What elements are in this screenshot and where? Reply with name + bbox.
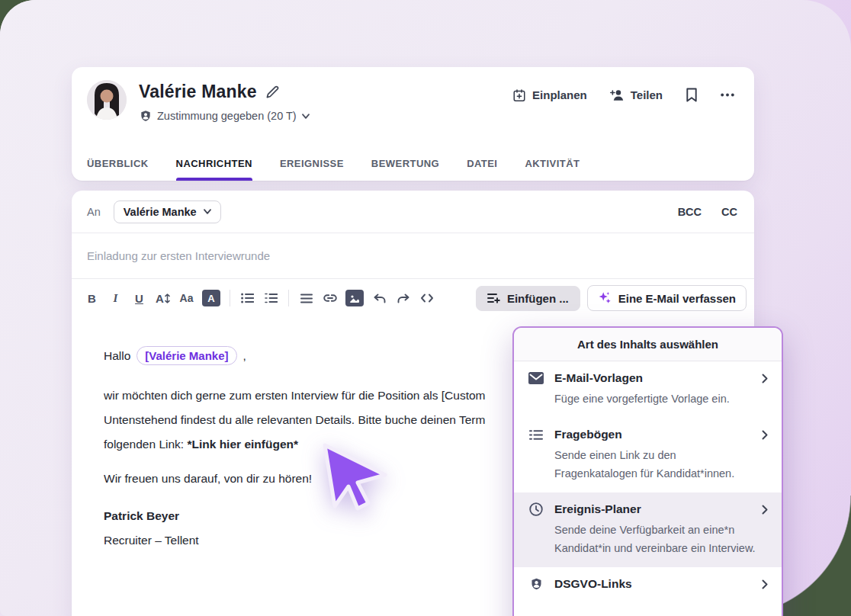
recipient-select[interactable]: Valérie Manke	[114, 201, 221, 223]
tab-label: EREIGNISSE	[280, 158, 344, 169]
ai-button-label: Eine E-Mail verfassen	[618, 292, 736, 305]
consent-status-text: Zustimmung gegeben (20 T)	[157, 110, 297, 122]
font-size-button[interactable]: A	[152, 287, 174, 310]
schedule-button[interactable]: Einplanen	[512, 88, 587, 102]
shield-person-icon	[140, 110, 152, 122]
popup-item-label: DSGVO-Links	[554, 577, 752, 591]
format-toolbar: B I U A Aa A Einfügen ...	[72, 279, 754, 317]
recipient-row: An Valérie Manke BCC CC	[72, 191, 754, 233]
tab-ueberblick[interactable]: ÜBERBLICK	[87, 158, 149, 181]
envelope-icon	[528, 372, 544, 384]
candidate-header-card: Valérie Manke Zustimmung gegeben (20 T) …	[72, 67, 754, 181]
link-placeholder-text: *Link hier einfügen*	[187, 438, 298, 451]
header-actions: Einplanen Teilen	[512, 88, 734, 102]
more-options-icon[interactable]	[721, 93, 734, 97]
body-line-text: folgenden Link:	[104, 438, 187, 451]
cc-button[interactable]: CC	[721, 206, 737, 218]
undo-icon[interactable]	[368, 287, 390, 310]
tab-label: BEWERTUNG	[371, 158, 439, 169]
person-plus-icon	[610, 88, 625, 101]
popup-item-description: Füge eine vorgefertigte Vorlage ein.	[554, 390, 760, 408]
tab-label: DATEI	[467, 158, 497, 169]
font-size-label: A	[156, 292, 164, 305]
insert-button-label: Einfügen ...	[507, 292, 569, 305]
edit-name-icon[interactable]	[266, 85, 279, 98]
redo-icon[interactable]	[392, 287, 414, 310]
link-button[interactable]	[319, 287, 341, 310]
bookmark-icon[interactable]	[686, 88, 698, 102]
tab-ereignisse[interactable]: EREIGNISSE	[280, 158, 344, 181]
bcc-button[interactable]: BCC	[678, 206, 702, 218]
clock-icon	[528, 502, 544, 516]
toolbar-divider	[288, 290, 289, 306]
subject-input[interactable]: Einladung zur ersten Interviewrunde	[87, 249, 270, 262]
recipient-name: Valérie Manke	[124, 206, 197, 218]
calendar-plus-icon	[512, 88, 526, 102]
underline-button[interactable]: U	[128, 287, 150, 310]
numbered-list-button[interactable]	[260, 287, 282, 310]
tab-aktivitaet[interactable]: AKTIVITÄT	[525, 158, 580, 181]
insert-content-button[interactable]: Einfügen ...	[476, 286, 580, 311]
popup-item-label: Fragebögen	[554, 428, 752, 441]
popup-item-email-vorlagen[interactable]: E-Mail-Vorlagen Füge eine vorgefertigte …	[514, 361, 782, 418]
chevron-right-icon	[762, 374, 768, 383]
tab-label: AKTIVITÄT	[525, 158, 580, 169]
candidate-name-text: Valérie Manke	[139, 82, 257, 102]
chevron-down-icon	[204, 209, 211, 214]
chevron-right-icon	[762, 505, 768, 515]
image-button[interactable]	[345, 290, 364, 306]
toolbar-divider	[230, 290, 230, 306]
pointer-cursor	[315, 436, 391, 515]
tab-nachrichten[interactable]: NACHRICHTEN	[176, 158, 252, 181]
subject-row[interactable]: Einladung zur ersten Interviewrunde	[72, 233, 754, 279]
cc-bcc-group: BCC CC	[678, 206, 737, 218]
bullet-list-button[interactable]	[236, 287, 259, 310]
tab-bewertung[interactable]: BEWERTUNG	[371, 158, 439, 181]
schedule-button-label: Einplanen	[532, 88, 587, 101]
popup-item-label: Ereignis-Planer	[554, 502, 752, 516]
popup-item-label: E-Mail-Vorlagen	[554, 371, 752, 385]
compose-email-ai-button[interactable]: Eine E-Mail verfassen	[587, 285, 747, 311]
shield-person-icon	[528, 577, 544, 591]
share-button-label: Teilen	[631, 88, 663, 101]
popup-item-description: Sende einen Link zu den Fragenkatalogen …	[554, 446, 760, 483]
tab-datei[interactable]: DATEI	[467, 158, 497, 181]
candidate-tabs: ÜBERBLICK NACHRICHTEN EREIGNISSE BEWERTU…	[87, 144, 747, 181]
code-button[interactable]	[416, 287, 438, 310]
font-family-button[interactable]: Aa	[175, 287, 197, 310]
bold-button[interactable]: B	[81, 287, 103, 310]
tab-label: NACHRICHTEN	[176, 158, 252, 169]
questionnaire-list-icon	[528, 429, 544, 441]
popup-title: Art des Inhalts auswählen	[514, 328, 782, 361]
popup-item-frageboegen[interactable]: Fragebögen Sende einen Link zu den Frage…	[514, 418, 782, 492]
italic-button[interactable]: I	[104, 287, 127, 310]
sparkles-icon	[598, 291, 612, 305]
to-label: An	[87, 206, 101, 218]
active-tab-underline	[176, 178, 252, 181]
align-button[interactable]	[295, 287, 317, 310]
toolbar-right: Einfügen ... Eine E-Mail verfassen	[476, 285, 747, 311]
avatar	[87, 80, 127, 120]
merge-token[interactable]: [Valérie Manke]	[136, 346, 236, 365]
popup-item-ereignis-planer[interactable]: Ereignis-Planer Sende deine Verfügbarkei…	[514, 492, 782, 567]
greeting-text: Hallo	[104, 349, 130, 363]
popup-item-description: Sende deine Verfügbarkeit an eine*n Kand…	[554, 521, 760, 557]
chevron-right-icon	[762, 430, 768, 440]
insert-icon	[487, 293, 500, 303]
text-color-button[interactable]: A	[202, 290, 220, 306]
popup-item-dsgvo-links[interactable]: DSGVO-Links	[514, 567, 782, 601]
candidate-name: Valérie Manke	[139, 82, 279, 102]
tab-label: ÜBERBLICK	[87, 158, 149, 169]
insert-content-popup: Art des Inhalts auswählen E-Mail-Vorlage…	[512, 326, 783, 616]
screen: Valérie Manke Zustimmung gegeben (20 T) …	[0, 0, 851, 616]
chevron-right-icon	[762, 579, 768, 589]
greeting-comma: ,	[243, 349, 246, 363]
format-buttons: B I U A Aa A	[81, 287, 438, 310]
consent-caret-icon	[302, 114, 310, 119]
share-button[interactable]: Teilen	[610, 88, 663, 101]
consent-status[interactable]: Zustimmung gegeben (20 T)	[140, 110, 310, 122]
